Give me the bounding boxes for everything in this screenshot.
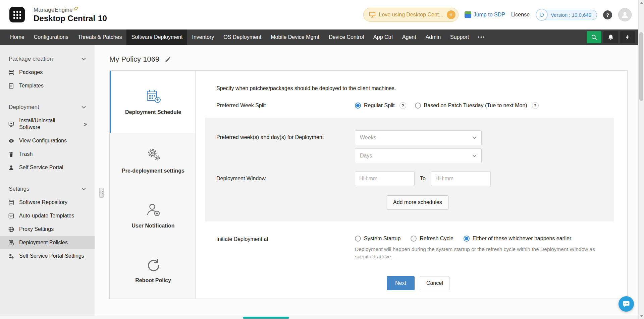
schedule-panel: Preferred week(s) and day(s) for Deploym…	[205, 118, 614, 221]
days-dropdown[interactable]: Days	[355, 148, 482, 163]
help-icon[interactable]: ?	[399, 102, 406, 109]
auto-update-icon	[8, 213, 14, 219]
bell-icon	[607, 34, 614, 41]
trash-icon	[8, 151, 14, 157]
vertical-scrollbar-thumb[interactable]	[639, 32, 643, 101]
sidebar-item-view-configurations[interactable]: View Configurations	[0, 134, 95, 147]
vertical-scrollbar[interactable]	[638, 0, 644, 319]
sidebar-item-deployment-policies[interactable]: Deployment Policies	[0, 236, 95, 249]
packages-icon	[8, 69, 14, 76]
chat-button[interactable]	[619, 296, 634, 312]
nav-more-button[interactable]: •••	[474, 29, 489, 45]
sidebar-item-auto-update-templates[interactable]: Auto-update Templates	[0, 209, 95, 222]
nav-item-threats-patches[interactable]: Threats & Patches	[73, 29, 127, 45]
system-startup-radio[interactable]	[355, 236, 361, 242]
nav-item-admin[interactable]: Admin	[421, 29, 445, 45]
main-content: My Policy 1069	[95, 45, 638, 316]
sdp-icon	[465, 11, 471, 18]
nav-item-device-control[interactable]: Device Control	[324, 29, 369, 45]
sidebar-item-packages[interactable]: Packages	[0, 66, 95, 79]
patch-tuesday-option[interactable]: Based on Patch Tuesday (Tue to next Mon)	[424, 103, 527, 109]
system-startup-option[interactable]: System Startup	[364, 236, 400, 242]
either-earlier-radio[interactable]	[464, 236, 470, 242]
refresh-cycle-option[interactable]: Refresh Cycle	[420, 236, 453, 242]
jump-to-sdp-label: Jump to SDP	[474, 12, 505, 18]
step-pre-deployment-settings[interactable]: Pre-deployment settings	[110, 133, 195, 188]
regular-split-radio[interactable]	[355, 103, 361, 109]
quick-actions-button[interactable]	[620, 31, 635, 43]
policy-icon	[8, 240, 14, 246]
either-earlier-option[interactable]: Either of these whichever happens earlie…	[473, 236, 571, 242]
step-user-notification[interactable]: User Notification	[110, 188, 195, 243]
apps-grid-button[interactable]	[9, 7, 25, 22]
sidebar-item-self-service-portal[interactable]: Self Service Portal	[0, 161, 95, 174]
chevron-down-icon	[472, 136, 477, 139]
nav-item-support[interactable]: Support	[445, 29, 474, 45]
help-icon[interactable]: ?	[603, 10, 612, 19]
window-start-input[interactable]	[355, 171, 415, 186]
patch-tuesday-radio[interactable]	[415, 103, 421, 109]
regular-split-option[interactable]: Regular Split	[364, 103, 395, 109]
week-split-row: Preferred Week Split Regular Split ? Bas…	[205, 102, 614, 109]
weeks-dropdown[interactable]: Weeks	[355, 130, 482, 145]
deployment-window-label: Deployment Window	[216, 176, 355, 182]
refresh-icon[interactable]	[536, 9, 548, 21]
nav-item-app-ctrl[interactable]: App Ctrl	[369, 29, 397, 45]
sidebar-section-package-creation[interactable]: Package creation	[0, 52, 95, 66]
cancel-button[interactable]: Cancel	[420, 276, 449, 290]
step-reboot-policy[interactable]: Reboot Policy	[110, 243, 195, 298]
calendar-plus-icon	[146, 88, 161, 104]
step-deployment-schedule[interactable]: Deployment Schedule	[110, 71, 195, 133]
app-window: ManageEngine Desktop Central10 Love usin…	[0, 0, 644, 319]
templates-icon	[8, 83, 14, 89]
brand-product: Desktop Central	[34, 14, 95, 23]
sidebar-item-trash[interactable]: Trash	[0, 147, 95, 161]
chevron-down-icon	[82, 188, 86, 190]
sidebar-section-settings[interactable]: Settings	[0, 182, 95, 196]
search-button[interactable]	[587, 31, 601, 43]
nav-item-configurations[interactable]: Configurations	[29, 29, 73, 45]
help-icon[interactable]: ?	[532, 102, 539, 109]
nav-item-software-deployment[interactable]: Software Deployment	[126, 29, 187, 45]
sidebar-collapse-handle[interactable]	[99, 188, 104, 198]
avatar[interactable]	[618, 8, 632, 21]
window-end-input[interactable]	[431, 171, 491, 186]
pencil-icon	[165, 56, 171, 63]
expand-submenu-icon[interactable]: »	[84, 120, 87, 128]
initiate-help-text: Deployment will happen during the system…	[355, 246, 613, 261]
nav-item-mobile-device-mgmt[interactable]: Mobile Device Mgmt	[266, 29, 324, 45]
notifications-button[interactable]	[603, 31, 618, 43]
sidebar-section-deployment[interactable]: Deployment	[0, 101, 95, 114]
repository-icon	[8, 199, 14, 206]
nav-item-home[interactable]: Home	[5, 29, 29, 45]
sidebar-item-install-uninstall-software[interactable]: Install/Uninstall Software »	[0, 114, 95, 134]
nav-item-inventory[interactable]: Inventory	[187, 29, 219, 45]
nav-item-os-deployment[interactable]: OS Deployment	[219, 29, 266, 45]
license-link[interactable]: License	[511, 12, 530, 18]
scroll-down-icon[interactable]	[640, 315, 643, 317]
sidebar-item-proxy-settings[interactable]: Proxy Settings	[0, 222, 95, 236]
user-notification-icon	[146, 202, 161, 217]
initiate-deployment-row: Initiate Deployment at System Startup Re…	[205, 236, 614, 261]
next-button[interactable]: Next	[387, 276, 415, 290]
sidebar-item-software-repository[interactable]: Software Repository	[0, 196, 95, 209]
add-more-schedules-button[interactable]: Add more schedules	[387, 195, 448, 209]
search-icon	[591, 34, 597, 41]
sidebar: Package creation Packages Templates Depl	[0, 45, 95, 316]
jump-to-sdp-link[interactable]: Jump to SDP	[465, 11, 505, 18]
refresh-cycle-radio[interactable]	[411, 236, 417, 242]
chevron-down-icon	[82, 58, 86, 60]
horizontal-scrollbar[interactable]	[0, 316, 638, 319]
edit-policy-name-button[interactable]	[165, 56, 171, 63]
promo-banner[interactable]: Love using Desktop Cent... ×	[363, 8, 459, 22]
scroll-up-icon[interactable]	[640, 2, 643, 4]
desktop-icon	[369, 12, 376, 18]
horizontal-scrollbar-thumb[interactable]	[243, 317, 289, 319]
apps-grid-icon	[13, 11, 21, 19]
leaf-icon	[73, 7, 78, 11]
sidebar-item-self-service-portal-settings[interactable]: Self Service Portal Settings	[0, 249, 95, 263]
nav-item-agent[interactable]: Agent	[397, 29, 421, 45]
close-icon[interactable]: ×	[447, 10, 455, 19]
policy-editor-card: Deployment Schedule Pre-deployment setti…	[109, 70, 628, 299]
sidebar-item-templates[interactable]: Templates	[0, 79, 95, 92]
